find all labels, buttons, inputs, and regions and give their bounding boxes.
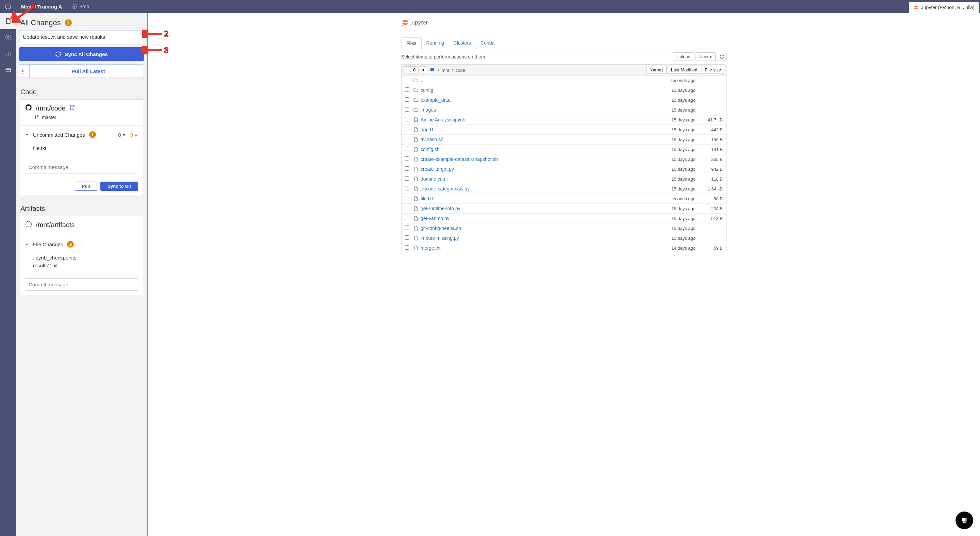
tab-conda[interactable]: Conda (476, 37, 499, 49)
row-checkbox[interactable] (405, 137, 409, 141)
tab-clusters[interactable]: Clusters (449, 37, 476, 49)
crumb-code[interactable]: code (456, 68, 465, 73)
sort-size[interactable]: File size (702, 66, 724, 74)
file-row[interactable]: get-runtime-info.py15 days ago234 B (401, 204, 726, 214)
file-name[interactable]: merge.txt (421, 245, 651, 251)
jupyter-logo[interactable]: jupyter (401, 13, 727, 30)
row-checkbox[interactable] (405, 147, 409, 151)
row-checkbox[interactable] (405, 216, 409, 220)
rail-settings[interactable] (0, 29, 16, 46)
file-row[interactable]: ..seconds ago (401, 76, 726, 86)
row-checkbox[interactable] (405, 176, 409, 181)
file-name[interactable]: get-runtime-info.py (421, 206, 651, 211)
row-checkbox[interactable] (405, 87, 409, 92)
file-name[interactable]: domino.yaml (421, 176, 651, 182)
row-checkbox[interactable] (405, 117, 409, 121)
file-name[interactable]: app.R (421, 127, 651, 132)
row-checkbox[interactable] (405, 127, 409, 131)
row-checkbox[interactable] (405, 186, 409, 190)
file-name[interactable]: config (421, 87, 651, 93)
file-row[interactable]: file.txtseconds ago88 B (401, 194, 726, 204)
upload-button[interactable]: Upload (673, 52, 694, 61)
svg-text:jupyter: jupyter (410, 19, 428, 26)
code-card: /mnt/code master Uncommitted Changes 1 0… (20, 99, 143, 196)
folder-icon[interactable] (430, 68, 434, 73)
github-icon (25, 104, 32, 113)
file-name[interactable]: create-example-dataset-snapshot.sh (421, 157, 651, 162)
row-checkbox[interactable] (405, 97, 409, 102)
row-checkbox[interactable] (405, 235, 409, 240)
file-row[interactable]: example_data15 days ago (401, 95, 726, 105)
file-row[interactable]: avinash.sh15 days ago156 B (401, 135, 726, 144)
select-menu[interactable]: ▾ (420, 66, 427, 73)
file-row[interactable]: config15 days ago (401, 86, 726, 95)
file-name[interactable]: example_data (421, 97, 651, 103)
file-row[interactable]: impute-missing.py15 days ago (401, 233, 726, 243)
file-row[interactable]: domino.yaml15 days ago118 B (401, 174, 726, 184)
sync-all-button[interactable]: Sync All Changes (19, 47, 144, 61)
code-sync-button[interactable]: Sync to Git (100, 182, 138, 191)
refresh-button[interactable] (717, 53, 727, 61)
changed-file[interactable]: file.txt (33, 144, 138, 152)
rail-changes[interactable] (0, 13, 16, 29)
file-row[interactable]: encode-categoricals.py15 days ago1.64 kB (401, 184, 726, 194)
tab-running[interactable]: Running (422, 37, 449, 49)
tab-files[interactable]: Files (401, 37, 422, 49)
stop-button[interactable]: Stop (67, 0, 94, 13)
file-name[interactable]: images (421, 107, 651, 113)
file-row[interactable]: merge.txt14 days ago59 B (401, 243, 726, 253)
row-checkbox[interactable] (405, 206, 409, 210)
external-link-icon[interactable] (69, 105, 75, 112)
rail-data[interactable] (0, 62, 16, 78)
file-row[interactable]: create-target.py15 days ago942 B (401, 164, 726, 174)
select-all[interactable]: 0 (404, 66, 418, 73)
file-icon (413, 137, 421, 142)
sort-name[interactable]: Name ↓ (646, 66, 667, 74)
file-name[interactable]: .. (421, 78, 651, 83)
new-button[interactable]: New▾ (695, 52, 716, 61)
jupyter-pill-label: Jupyter (Python, R, Julia) (921, 5, 975, 10)
sort-modified[interactable]: Last Modified (668, 66, 700, 74)
row-checkbox[interactable] (405, 245, 409, 250)
file-row[interactable]: images15 days ago (401, 105, 726, 115)
file-row[interactable]: create-example-dataset-snapshot.sh15 day… (401, 154, 726, 164)
changed-file[interactable]: .ipynb_checkpoints (33, 254, 138, 262)
file-name[interactable]: Airline Analysis.ipynb (421, 117, 651, 122)
svg-point-11 (408, 19, 408, 20)
row-checkbox[interactable] (405, 157, 409, 161)
code-file-list: file.txt (20, 141, 143, 158)
file-row[interactable]: Airline Analysis.ipynb15 days ago41.7 kB (401, 115, 726, 125)
file-row[interactable]: config.sh15 days ago141 B (401, 144, 726, 154)
code-pull-button[interactable]: Pull (75, 182, 97, 191)
row-checkbox[interactable] (405, 225, 409, 230)
rail-metrics[interactable] (0, 46, 16, 62)
file-row[interactable]: git-config-neena.sh15 days ago (401, 224, 726, 233)
pull-all-button[interactable]: Pull All Latest (19, 64, 144, 78)
svg-point-12 (402, 25, 403, 26)
file-row[interactable]: get-varimp.py15 days ago513 B (401, 214, 726, 224)
changed-file[interactable]: results2.txt (33, 262, 138, 270)
sync-icon (55, 51, 61, 57)
row-checkbox[interactable] (405, 196, 409, 200)
filechanges-row[interactable]: File Changes 2 (20, 235, 143, 251)
file-name[interactable]: git-config-neena.sh (421, 225, 651, 231)
app-logo[interactable] (0, 0, 16, 13)
crumb-mnt[interactable]: mnt (442, 68, 449, 73)
artifacts-commit-input[interactable] (25, 278, 138, 291)
file-name[interactable]: avinash.sh (421, 137, 651, 142)
file-name[interactable]: file.txt (421, 196, 651, 201)
uncommitted-row[interactable]: Uncommitted Changes 1 0▼ 9▲ (20, 125, 143, 141)
file-name[interactable]: encode-categoricals.py (421, 186, 651, 192)
intercom-button[interactable] (956, 512, 973, 529)
file-row[interactable]: app.R15 days ago442 B (401, 125, 726, 135)
jupyter-pill[interactable]: Jupyter (Python, R, Julia) (909, 2, 978, 13)
file-name[interactable]: get-varimp.py (421, 216, 651, 221)
row-checkbox[interactable] (405, 107, 409, 111)
file-name[interactable]: create-target.py (421, 166, 651, 172)
code-commit-input[interactable] (25, 161, 138, 173)
file-name[interactable]: config.sh (421, 147, 651, 152)
row-checkbox[interactable] (405, 166, 409, 171)
select-all-checkbox[interactable] (407, 68, 411, 72)
sync-message-input[interactable] (19, 31, 144, 43)
file-name[interactable]: impute-missing.py (421, 235, 651, 241)
